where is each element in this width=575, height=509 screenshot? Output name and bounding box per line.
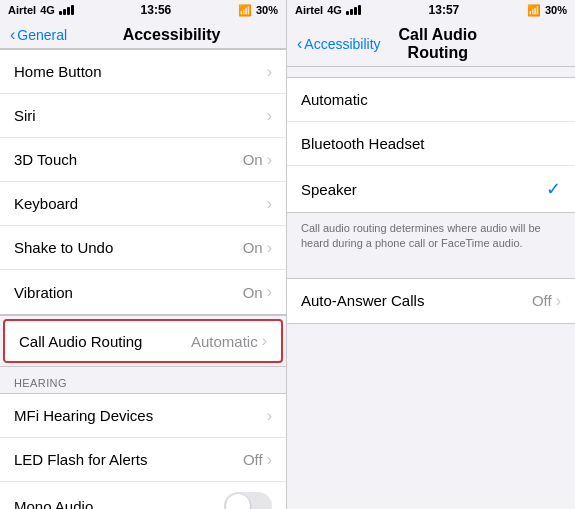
left-nav-title: Accessibility bbox=[67, 26, 276, 44]
right-panel: Airtel 4G 13:57 📶 30% ‹ Accessibility Ca… bbox=[287, 0, 575, 509]
right-signal-bars bbox=[346, 5, 361, 15]
auto-answer-item[interactable]: Auto-Answer Calls Off › bbox=[287, 279, 575, 323]
right-back-label: Accessibility bbox=[304, 36, 380, 52]
left-panel: Airtel 4G 13:56 📶 30% ‹ General Accessib… bbox=[0, 0, 287, 509]
back-button[interactable]: ‹ General bbox=[10, 26, 67, 44]
wifi-icon: 📶 bbox=[238, 4, 252, 17]
mfi-hearing-item[interactable]: MFi Hearing Devices › bbox=[0, 394, 286, 438]
right-battery: 30% bbox=[545, 4, 567, 16]
back-label: General bbox=[17, 27, 67, 43]
bar4 bbox=[358, 5, 361, 15]
left-time: 13:56 bbox=[141, 3, 172, 17]
auto-answer-value: Off bbox=[532, 292, 552, 309]
shake-value: On bbox=[243, 239, 263, 256]
bar2 bbox=[63, 9, 66, 15]
left-status-bar: Airtel 4G 13:56 📶 30% bbox=[0, 0, 286, 20]
call-audio-value: Automatic bbox=[191, 333, 258, 350]
bar1 bbox=[59, 11, 62, 15]
checkmark-icon: ✓ bbox=[546, 178, 561, 200]
main-settings-group: Home Button › Siri › 3D Touch On › Keybo bbox=[0, 49, 286, 315]
led-flash-item[interactable]: LED Flash for Alerts Off › bbox=[0, 438, 286, 482]
call-audio-routing-item[interactable]: Call Audio Routing Automatic › bbox=[3, 319, 283, 363]
vibration-item[interactable]: Vibration On › bbox=[0, 270, 286, 314]
chevron-icon: › bbox=[267, 63, 272, 81]
shake-to-undo-item[interactable]: Shake to Undo On › bbox=[0, 226, 286, 270]
right-status-right: 📶 30% bbox=[527, 4, 567, 17]
signal-bars bbox=[59, 5, 74, 15]
toggle-knob bbox=[226, 494, 250, 509]
mono-audio-toggle[interactable] bbox=[224, 492, 272, 509]
chevron-icon: › bbox=[267, 283, 272, 301]
bar2 bbox=[350, 9, 353, 15]
chevron-icon: › bbox=[267, 407, 272, 425]
left-status-right: 📶 30% bbox=[238, 4, 278, 17]
automatic-item[interactable]: Automatic bbox=[287, 78, 575, 122]
led-flash-value: Off bbox=[243, 451, 263, 468]
3d-touch-value: On bbox=[243, 151, 263, 168]
vibration-value: On bbox=[243, 284, 263, 301]
hearing-section-header: HEARING bbox=[0, 367, 286, 393]
right-settings-list: Automatic Bluetooth Headset Speaker ✓ Ca… bbox=[287, 67, 575, 509]
right-status-left: Airtel 4G bbox=[295, 4, 361, 16]
siri-item[interactable]: Siri › bbox=[0, 94, 286, 138]
routing-footer: Call audio routing determines where audi… bbox=[287, 213, 575, 262]
bar3 bbox=[67, 7, 70, 15]
hearing-group: MFi Hearing Devices › LED Flash for Aler… bbox=[0, 393, 286, 509]
mono-audio-item[interactable]: Mono Audio bbox=[0, 482, 286, 509]
chevron-icon: › bbox=[267, 239, 272, 257]
chevron-icon: › bbox=[267, 451, 272, 469]
bar3 bbox=[354, 7, 357, 15]
keyboard-item[interactable]: Keyboard › bbox=[0, 182, 286, 226]
right-network: 4G bbox=[327, 4, 342, 16]
speaker-item[interactable]: Speaker ✓ bbox=[287, 166, 575, 212]
left-battery: 30% bbox=[256, 4, 278, 16]
bluetooth-headset-item[interactable]: Bluetooth Headset bbox=[287, 122, 575, 166]
chevron-icon: › bbox=[267, 195, 272, 213]
left-nav-bar: ‹ General Accessibility bbox=[0, 20, 286, 49]
right-wifi-icon: 📶 bbox=[527, 4, 541, 17]
chevron-icon: › bbox=[262, 332, 267, 350]
left-settings-list: Home Button › Siri › 3D Touch On › Keybo bbox=[0, 49, 286, 509]
right-back-chevron-icon: ‹ bbox=[297, 35, 302, 53]
right-time: 13:57 bbox=[429, 3, 460, 17]
right-status-bar: Airtel 4G 13:57 📶 30% bbox=[287, 0, 575, 20]
right-nav-bar: ‹ Accessibility Call Audio Routing bbox=[287, 20, 575, 67]
bar4 bbox=[71, 5, 74, 15]
left-network: 4G bbox=[40, 4, 55, 16]
left-status-left: Airtel 4G bbox=[8, 4, 74, 16]
3d-touch-item[interactable]: 3D Touch On › bbox=[0, 138, 286, 182]
right-back-button[interactable]: ‹ Accessibility bbox=[297, 35, 381, 53]
left-carrier: Airtel bbox=[8, 4, 36, 16]
auto-answer-group: Auto-Answer Calls Off › bbox=[287, 278, 575, 324]
routing-group: Automatic Bluetooth Headset Speaker ✓ bbox=[287, 77, 575, 213]
chevron-icon: › bbox=[267, 107, 272, 125]
chevron-icon: › bbox=[556, 292, 561, 310]
chevron-icon: › bbox=[267, 151, 272, 169]
back-chevron-icon: ‹ bbox=[10, 26, 15, 44]
right-carrier: Airtel bbox=[295, 4, 323, 16]
right-nav-title: Call Audio Routing bbox=[381, 26, 495, 62]
bar1 bbox=[346, 11, 349, 15]
home-button-item[interactable]: Home Button › bbox=[0, 50, 286, 94]
